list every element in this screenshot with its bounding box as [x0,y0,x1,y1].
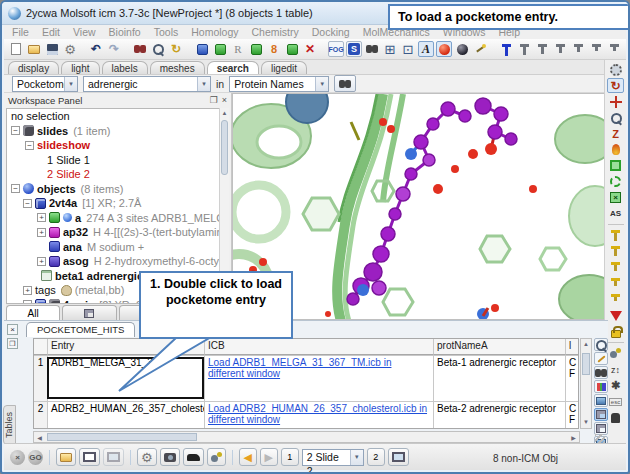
orange-tool-icon[interactable]: 8 [266,41,282,57]
menu-tools[interactable]: Tools [154,26,179,38]
close-table-icon[interactable]: × [7,324,18,335]
table-view-icon[interactable] [594,408,608,421]
open-file-icon[interactable] [26,41,42,57]
expand-icon[interactable]: + [23,286,32,295]
search-scope-select[interactable]: Pocketome▾ [12,76,78,92]
zoom-tool-icon[interactable] [607,110,624,125]
slide-select[interactable]: 2 Slide 2▾ [302,449,364,466]
partial-column-header[interactable]: l [566,339,578,355]
row-number-header[interactable] [34,339,48,355]
icb-link[interactable]: Load ADRB2_HUMAN_26_357_cholesterol.icb … [208,403,427,425]
black-sphere-icon[interactable] [454,41,470,57]
entry-cell[interactable]: ADRB1_MELGA_31_367 [48,356,205,401]
menu-file[interactable]: File [12,26,29,38]
icb-column-header[interactable]: ICB [205,339,434,355]
select-lasso-icon[interactable] [607,174,624,189]
style-pin-1-icon[interactable] [516,41,532,57]
molecule-button[interactable] [207,448,226,466]
tab-light[interactable]: light [61,61,99,74]
expand-icon[interactable]: + [37,257,46,266]
menu-view[interactable]: View [73,26,96,38]
collapse-icon[interactable]: − [25,141,34,150]
green-plot-icon[interactable] [248,41,264,57]
style-pin-6-icon[interactable] [606,41,622,57]
pdb-search-icon[interactable] [132,41,148,57]
undo-icon[interactable]: ↶ [88,41,104,57]
icb-link[interactable]: Load ADRB1_MELGA_31_367_TM.icb in differ… [208,357,391,379]
menu-bioinfo[interactable]: Bioinfo [109,26,141,38]
style-pin-5-icon[interactable] [588,41,604,57]
chevron-down-icon[interactable]: ▾ [350,450,363,465]
query-search-icon[interactable] [150,41,166,57]
new-file-icon[interactable] [8,41,24,57]
esc-tool-icon[interactable]: esc [607,394,624,409]
chart-icon[interactable] [594,380,608,393]
chevron-down-icon[interactable]: ▾ [315,77,328,91]
binoculars-icon[interactable] [364,41,380,57]
collapse-icon[interactable]: − [11,126,20,135]
red-sphere-icon[interactable] [436,41,452,57]
table-horizontal-scrollbar[interactable]: ◀ ▶ [33,431,580,443]
molecule-display-icon[interactable] [49,256,60,267]
table-row[interactable]: 1 ADRB1_MELGA_31_367 Load ADRB1_MELGA_31… [34,356,578,402]
collapse-icon[interactable]: − [11,184,20,193]
protnamea-column-header[interactable]: protNameA [434,339,566,355]
image-view-icon[interactable] [594,394,608,407]
tile-windows-icon[interactable]: ⊞ [382,41,398,57]
tab-ligedit[interactable]: ligedit [261,61,307,74]
rock-tool-icon[interactable]: Z [607,126,624,141]
tab-all[interactable]: All [6,305,60,320]
protnamea-cell[interactable]: Beta-2 adrenergic receptor [434,402,566,429]
style-pin-xstick-icon[interactable] [498,41,514,57]
float-table-icon[interactable]: ❐ [7,338,18,349]
save-icon[interactable] [44,41,60,57]
ion-display-icon[interactable] [49,241,60,252]
presentation-button[interactable] [388,448,409,466]
settings-gear-icon[interactable]: ⚙ [62,41,78,57]
split-view-button[interactable] [103,448,124,466]
scroll-up-icon[interactable]: ▲ [581,339,591,350]
atom-select-mode-icon[interactable]: AS [607,206,624,221]
next-slide-button[interactable]: ▶ [260,448,278,466]
display-pin-5-icon[interactable] [607,292,624,307]
partial-cell[interactable]: CF [566,402,578,429]
row-number[interactable]: 1 [34,356,48,401]
style-pin-2-icon[interactable] [534,41,550,57]
light-tool-icon[interactable] [607,142,624,157]
redo-icon[interactable]: ↷ [106,41,122,57]
search-query-input[interactable]: adrenergic▾ [83,76,211,92]
r-tool-icon[interactable]: R [230,41,246,57]
entry-cell[interactable]: ADRB2_HUMAN_26_357_cholesterol [48,402,205,429]
green-plot2-icon[interactable] [284,41,300,57]
tab-tables-icon[interactable] [62,305,116,320]
snapshot-button[interactable] [160,448,180,466]
scroll-right-icon[interactable]: ▶ [568,432,579,442]
select-box-icon[interactable] [607,158,624,173]
partial-cell[interactable]: CF [566,356,578,401]
find-binoculars-icon[interactable] [594,366,608,379]
green-stack-icon[interactable] [212,41,228,57]
chain-display-icon[interactable] [49,212,60,223]
view-gear-icon[interactable] [607,62,624,77]
tree-item-ap32[interactable]: + ap32 H 4-[[(2s)-3-(tert-butylamino [7,225,228,240]
pan-hand-icon[interactable] [607,410,624,425]
tree-item-slideshow[interactable]: − slideshow [7,138,228,153]
style-pin-3-icon[interactable] [552,41,568,57]
tables-side-tab[interactable]: Tables [3,405,16,445]
chevron-down-icon[interactable]: ▾ [197,77,210,91]
style-pin-4-icon[interactable] [570,41,586,57]
settings-button[interactable]: ⚙ [137,448,157,466]
tab-labels[interactable]: labels [102,61,148,74]
menu-homology[interactable]: Homology [191,26,238,38]
expand-icon[interactable]: + [37,213,46,222]
menu-edit[interactable]: Edit [42,26,60,38]
scroll-thumb[interactable] [221,120,228,175]
scroll-down-icon[interactable]: ▼ [581,417,591,428]
tree-item-objects[interactable]: − objects (8 items) [7,182,228,197]
display-pin-2-icon[interactable] [607,244,624,259]
icb-cell[interactable]: Load ADRB2_HUMAN_26_357_cholesterol.icb … [205,402,434,429]
blue-window-icon[interactable] [194,41,210,57]
previous-slide-button[interactable]: ◀ [239,448,257,466]
animation-button[interactable] [183,448,204,466]
display-pin-3-icon[interactable] [607,260,624,275]
